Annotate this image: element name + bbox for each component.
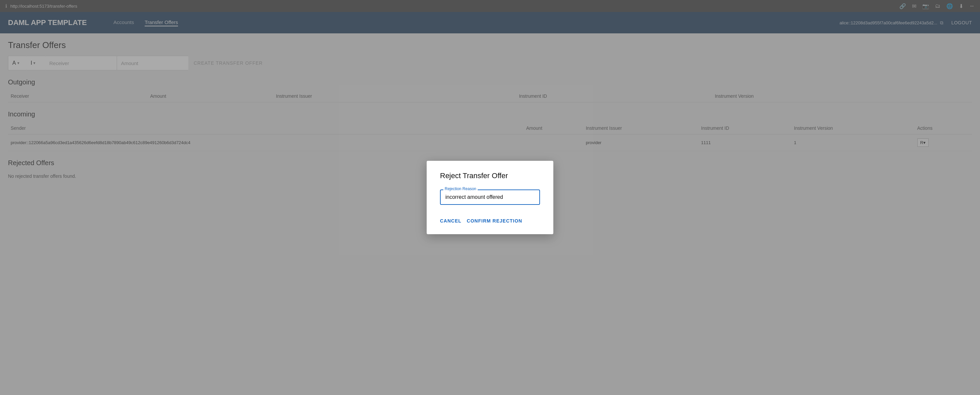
modal-actions: CANCEL CONFIRM REJECTION (440, 216, 540, 226)
rejection-reason-field-wrapper: Rejection Reason (440, 189, 540, 205)
modal-title: Reject Transfer Offer (440, 171, 540, 180)
reject-offer-dialog: Reject Transfer Offer Rejection Reason C… (427, 161, 553, 234)
main-content: Transfer Offers A ▾ I ▾ CREATE TRANSFER … (0, 34, 980, 395)
rejection-reason-input[interactable] (440, 189, 540, 205)
cancel-button[interactable]: CANCEL (440, 216, 461, 226)
modal-overlay: Reject Transfer Offer Rejection Reason C… (0, 0, 980, 395)
rejection-reason-label: Rejection Reason (443, 187, 478, 191)
confirm-rejection-button[interactable]: CONFIRM REJECTION (467, 216, 522, 226)
